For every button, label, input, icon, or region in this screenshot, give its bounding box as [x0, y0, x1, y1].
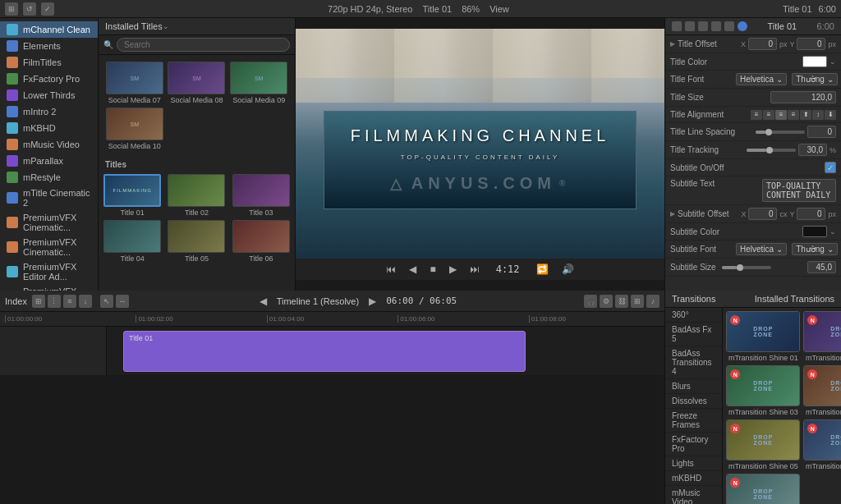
align-mid[interactable]: ↕ — [812, 110, 824, 120]
top-bar-icon-1[interactable]: ⊞ — [5, 2, 18, 16]
title-thumb-01[interactable]: FILMMAKING Title 01 — [102, 174, 163, 217]
transition-thumb-07[interactable]: N DROPZONE mTransition Shine 07 — [726, 474, 800, 504]
title-thumb-05[interactable]: Title 05 — [166, 220, 227, 263]
sidebar-item-mkbhd[interactable]: mKBHD — [0, 120, 98, 136]
sidebar-item-premvfx2[interactable]: PremiumVFX Cinematic... — [0, 235, 98, 259]
toolbar-trim-icon[interactable]: ↔ — [116, 295, 129, 308]
inspector-icon-1[interactable] — [672, 21, 682, 31]
prev-frame-button[interactable]: ⏮ — [383, 262, 399, 277]
transition-thumb-06[interactable]: N DROPZONE mTransition Shine 06 — [803, 419, 841, 470]
subtitle-offset-x-input[interactable] — [748, 208, 777, 220]
subtitle-textarea[interactable]: TOP-QUALITY CONTENT DAILY — [762, 179, 836, 202]
sidebar-item-lowerthirds[interactable]: Lower Thirds — [0, 87, 98, 103]
sidebar-item-premvfx1[interactable]: PremiumVFX Cinematic... — [0, 210, 98, 235]
title-thumb-sm10[interactable]: SM Social Media 10 — [105, 108, 164, 150]
transition-thumb-01[interactable]: N DROPZONE mTransition Shine 01 — [726, 311, 800, 362]
zoom-label[interactable]: 86% — [462, 4, 480, 14]
transition-item-badass4[interactable]: BadAss Transitions 4 — [665, 346, 722, 379]
play-button[interactable]: ▶ — [446, 262, 460, 277]
transition-item-fxfactory[interactable]: FxFactory Pro — [665, 433, 722, 456]
sidebar-item-mmusic[interactable]: mMusic Video — [0, 136, 98, 153]
align-justify[interactable]: ≡ — [788, 110, 799, 120]
inspector-icon-4[interactable] — [711, 21, 721, 31]
transition-item-mmusic[interactable]: mMusic Video — [665, 486, 722, 504]
title-font-style-dropdown[interactable]: Thường ⌄ — [792, 73, 838, 85]
title-color-swatch[interactable] — [802, 56, 827, 67]
search-input[interactable] — [117, 38, 290, 52]
timeline-headphone-icon[interactable]: 🎧 — [584, 295, 597, 308]
timeline-chain-icon[interactable]: ⛓ — [615, 295, 628, 308]
title-thumb-03[interactable]: Title 03 — [231, 174, 292, 217]
transition-item-badass5[interactable]: BadAss Fx 5 — [665, 323, 722, 346]
align-right[interactable]: ≡ — [775, 110, 787, 120]
title-thumb-sm07[interactable]: SM Social Media 07 — [105, 62, 164, 104]
sidebar-item-mchannel[interactable]: mChannel Clean — [0, 21, 98, 38]
title-size-input[interactable] — [770, 91, 836, 103]
subtitle-color-arrow[interactable]: ⌄ — [830, 227, 836, 236]
title-offset-y-input[interactable] — [797, 38, 825, 50]
title-thumb-06[interactable]: Title 06 — [231, 220, 292, 263]
transition-thumb-02[interactable]: N DROPZONE mTransition Shine 02 — [803, 311, 841, 362]
inspector-icon-2[interactable] — [685, 21, 695, 31]
timeline-prev-btn[interactable]: ◀ — [256, 294, 270, 309]
audio-button[interactable]: 🔊 — [558, 262, 577, 277]
inspector-icon-info[interactable] — [738, 21, 747, 31]
sidebar-item-mrestyle[interactable]: mRestyle — [0, 169, 98, 186]
sidebar-item-filmtitles[interactable]: FilmTitles — [0, 54, 98, 71]
tracking-slider[interactable] — [747, 149, 796, 152]
sidebar-item-fxfactory[interactable]: FxFactory Pro — [0, 71, 98, 87]
title-thumb-sm08[interactable]: SM Social Media 08 — [168, 62, 227, 104]
clip-title01[interactable]: Title 01 — [123, 331, 526, 372]
align-top[interactable]: ⬆ — [800, 110, 811, 120]
stop-button[interactable]: ■ — [426, 262, 439, 277]
sidebar-item-elements[interactable]: Elements — [0, 38, 98, 54]
toolbar-icon-2[interactable]: ⋮ — [48, 295, 61, 308]
inspector-icon-3[interactable] — [698, 21, 708, 31]
sidebar-item-mtitle[interactable]: mTitle Cinematic 2 — [0, 186, 98, 210]
transition-item-360[interactable]: 360° — [665, 308, 722, 323]
toolbar-icon-1[interactable]: ⊞ — [32, 295, 45, 308]
transition-item-freeze[interactable]: Freeze Frames — [665, 409, 722, 433]
titles-header-chevron[interactable]: ⌄ — [163, 22, 169, 30]
sidebar-item-premvfx3[interactable]: PremiumVFX Editor Ad... — [0, 259, 98, 284]
align-center[interactable]: ≡ — [763, 110, 774, 120]
toolbar-cursor-icon[interactable]: ↖ — [100, 295, 113, 308]
toolbar-icon-4[interactable]: ↓ — [79, 295, 92, 308]
transition-item-mkbhd[interactable]: mKBHD — [665, 471, 722, 486]
transition-item-blurs[interactable]: Blurs — [665, 379, 722, 394]
tracking-input[interactable] — [798, 144, 827, 156]
timeline-settings-icon[interactable]: ⚙ — [600, 295, 613, 308]
subtitle-font-style-dropdown[interactable]: Thường ⌄ — [792, 243, 838, 255]
timeline-grid-icon[interactable]: ⊞ — [631, 295, 644, 308]
title-font-dropdown[interactable]: Helvetica ⌄ — [736, 73, 787, 85]
transition-thumb-04[interactable]: N DROPZONE mTransition Shine 04 — [803, 365, 841, 416]
top-bar-icon-3[interactable]: ✓ — [41, 2, 54, 16]
align-bottom[interactable]: ⬇ — [825, 110, 836, 120]
subtitle-offset-y-input[interactable] — [797, 208, 825, 220]
sidebar-item-mparallax[interactable]: mParallax — [0, 153, 98, 169]
transition-thumb-03[interactable]: N DROPZONE mTransition Shine 03 — [726, 365, 800, 416]
transition-item-lights[interactable]: Lights — [665, 456, 722, 471]
color-dropdown-arrow[interactable]: ⌄ — [830, 57, 836, 66]
view-button[interactable]: View — [489, 4, 509, 14]
title-offset-x-input[interactable] — [748, 38, 777, 50]
subtitle-checkbox[interactable]: ✓ — [825, 162, 836, 173]
next-frame-button[interactable]: ⏭ — [466, 262, 483, 277]
title-thumb-02[interactable]: Title 02 — [166, 174, 227, 217]
title-thumb-04[interactable]: Title 04 — [102, 220, 163, 263]
title-thumb-sm09[interactable]: SM Social Media 09 — [229, 62, 288, 104]
timeline-next-btn[interactable]: ▶ — [365, 294, 379, 309]
transition-thumb-05[interactable]: N DROPZONE mTransition Shine 05 — [726, 419, 800, 470]
loop-button[interactable]: 🔁 — [533, 262, 552, 277]
inspector-icon-5[interactable] — [724, 21, 734, 31]
align-left[interactable]: ≡ — [751, 110, 762, 120]
sidebar-item-premvfx4[interactable]: PremiumVFX Ultimate... — [0, 284, 98, 291]
line-spacing-slider[interactable] — [756, 131, 805, 134]
transition-item-dissolves[interactable]: Dissolves — [665, 394, 722, 409]
sidebar-item-mintro[interactable]: mIntro 2 — [0, 103, 98, 120]
line-spacing-input[interactable] — [807, 126, 836, 138]
subtitle-size-slider[interactable] — [722, 266, 771, 269]
timeline-audio-icon[interactable]: ♪ — [646, 295, 659, 308]
toolbar-icon-3[interactable]: ≡ — [63, 295, 76, 308]
subtitle-color-swatch[interactable] — [802, 226, 827, 237]
